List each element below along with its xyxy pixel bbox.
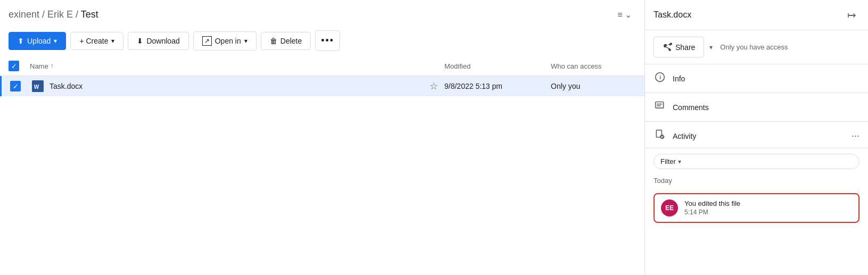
file-name-cell: W Task.docx xyxy=(31,80,423,93)
file-access: Only you xyxy=(551,82,636,90)
right-panel: Task.docx ↦ Share ▾ Only you have access… xyxy=(644,0,868,275)
today-label: Today xyxy=(645,174,868,189)
download-button[interactable]: ⬇ Download xyxy=(128,32,188,50)
avatar: EE xyxy=(661,199,678,216)
activity-header: Activity ··· xyxy=(645,122,868,148)
share-button[interactable]: Share xyxy=(654,37,704,57)
upload-icon: ⬆ xyxy=(18,37,24,45)
delete-button[interactable]: 🗑 Delete xyxy=(261,32,311,50)
file-modified: 9/8/2022 5:13 pm xyxy=(444,82,551,90)
activity-text: You edited this file 5:14 PM xyxy=(684,199,740,216)
activity-description: You edited this file xyxy=(684,199,740,207)
comments-icon xyxy=(654,101,666,114)
sort-arrow-icon: ↑ xyxy=(51,62,54,70)
panel-title: Task.docx xyxy=(654,10,691,20)
svg-text:W: W xyxy=(34,84,39,90)
access-text: Only you have access xyxy=(720,43,788,51)
filter-button[interactable]: Filter ▾ xyxy=(654,154,859,169)
more-options-button[interactable]: ••• xyxy=(315,30,340,51)
activity-icon xyxy=(654,129,666,143)
col-access-header: Who can access xyxy=(551,62,636,70)
info-icon: i xyxy=(654,72,666,85)
table-row[interactable]: ✓ W Task.docx ☆ 9/8/2022 5:13 pm Only yo… xyxy=(0,76,644,96)
svg-rect-4 xyxy=(656,102,664,109)
col-modified-header: Modified xyxy=(444,62,551,70)
star-button[interactable]: ☆ xyxy=(423,79,444,93)
activity-time: 5:14 PM xyxy=(684,209,740,216)
svg-text:i: i xyxy=(659,74,661,80)
file-table: ✓ Name ↑ Modified Who can access ✓ W Tas… xyxy=(0,56,644,275)
upload-button[interactable]: ⬆ Upload ▾ xyxy=(9,32,66,50)
panel-share-row: Share ▾ Only you have access xyxy=(645,30,868,64)
open-in-button[interactable]: ↗ Open in ▾ xyxy=(193,31,257,51)
activity-section: Activity ··· Filter ▾ Today EE You edite… xyxy=(645,122,868,275)
activity-more-button[interactable]: ··· xyxy=(852,130,859,141)
panel-header: Task.docx ↦ xyxy=(645,0,868,30)
menu-icon-button[interactable]: ≡ ⌄ xyxy=(613,7,636,22)
toolbar: ⬆ Upload ▾ + Create ▾ ⬇ Download ↗ Open … xyxy=(0,27,644,56)
activity-label: Activity xyxy=(673,132,845,140)
comments-section[interactable]: Comments xyxy=(645,93,868,122)
row-checkbox[interactable]: ✓ xyxy=(10,81,21,91)
file-name: Task.docx xyxy=(49,82,82,90)
activity-item: EE You edited this file 5:14 PM xyxy=(654,193,859,223)
download-icon: ⬇ xyxy=(137,37,143,45)
create-button[interactable]: + Create ▾ xyxy=(70,32,123,50)
open-external-icon: ↗ xyxy=(202,36,212,46)
comments-label: Comments xyxy=(673,103,859,112)
panel-close-button[interactable]: ↦ xyxy=(844,7,859,22)
info-section[interactable]: i Info xyxy=(645,64,868,93)
share-icon xyxy=(663,41,672,53)
share-dropdown-button[interactable]: ▾ xyxy=(708,43,714,52)
col-name-header[interactable]: Name ↑ xyxy=(30,62,444,70)
table-header: ✓ Name ↑ Modified Who can access xyxy=(0,56,644,76)
breadcrumb: exinent / Erik E / Test xyxy=(9,9,98,20)
select-all-checkbox[interactable]: ✓ xyxy=(9,61,19,71)
filter-chevron-icon: ▾ xyxy=(678,158,681,165)
delete-icon: 🗑 xyxy=(270,37,277,45)
info-label: Info xyxy=(673,74,859,83)
word-file-icon: W xyxy=(31,80,44,93)
